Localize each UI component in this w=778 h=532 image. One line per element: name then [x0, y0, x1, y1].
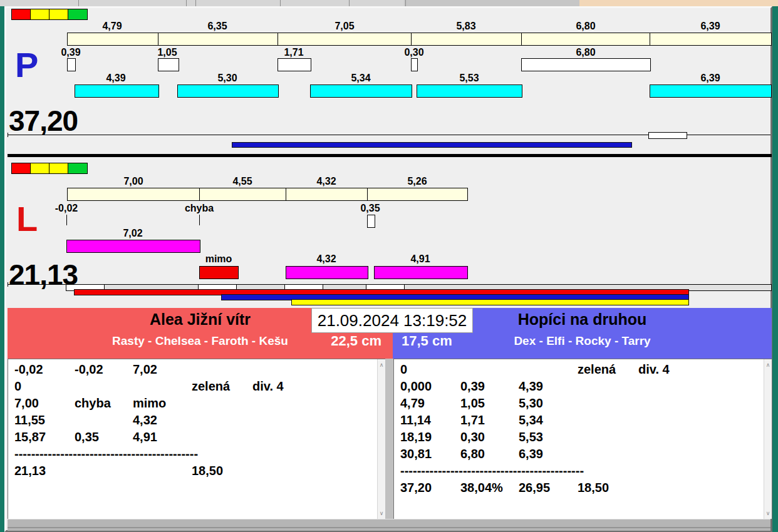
bar-value-label: 5,83	[422, 21, 510, 32]
bar-value-label: 4,79	[68, 21, 156, 32]
table-cell: 4,32	[133, 413, 157, 427]
bar-value-label: 7,00	[90, 176, 177, 187]
result-list-left: -0,02-0,027,020zelenádiv. 47,00chybamimo…	[8, 359, 385, 519]
table-cell: 0,39	[460, 379, 485, 394]
app-screen: P37,204,796,357,055,836,806,390,391,051,…	[0, 0, 778, 532]
background-window-strip-dark	[404, 0, 579, 6]
bar-value-label: 4,32	[283, 253, 370, 265]
interval-divider	[277, 33, 278, 46]
table-row[interactable]: 0zelenádiv. 4	[394, 362, 772, 379]
traffic-light-cell	[30, 9, 50, 20]
bar-value-label: -0,02	[23, 203, 110, 214]
interval-divider	[650, 33, 650, 46]
table-cell: 6,39	[519, 447, 543, 461]
bar-value-label: 5,26	[373, 176, 461, 187]
strip-divider	[349, 0, 350, 6]
table-cell: div. 4	[252, 379, 284, 394]
table-cell: -0,02	[14, 362, 43, 377]
strip-divider	[186, 0, 187, 6]
scroll-up-arrow[interactable]: ∧	[764, 362, 772, 368]
interval-divider	[199, 188, 200, 201]
traffic-light-cell	[49, 9, 69, 20]
scrollbar-vertical[interactable]: ∧ ∨	[377, 359, 385, 519]
table-cell: 1,71	[460, 413, 485, 427]
bar-value-label: 5,30	[184, 73, 271, 84]
progress-stripe	[232, 142, 632, 148]
traffic-light-cell	[49, 163, 69, 174]
bar-value-label: mimo	[175, 253, 262, 265]
table-cell: 7,00	[14, 396, 39, 411]
gap-tick	[66, 215, 67, 225]
table-cell: 11,55	[14, 413, 45, 427]
interval-divider	[367, 188, 368, 201]
bar-value-label: 1,05	[123, 47, 211, 58]
table-cell: 15,87	[14, 430, 46, 444]
run-bar	[286, 266, 368, 279]
table-dashes-row[interactable]: ----------------------------------------…	[394, 464, 772, 481]
panel-divider	[385, 359, 393, 519]
bar-value-label: 1,71	[250, 47, 338, 58]
bar-value-label: 4,39	[72, 73, 160, 84]
table-cell: div. 4	[638, 362, 670, 377]
changeover-bar	[367, 215, 375, 228]
table-cell: 37,20	[400, 481, 432, 495]
table-cell: 5,53	[519, 430, 543, 444]
bar-value-label: 6,80	[542, 21, 630, 32]
strip-divider	[78, 0, 79, 6]
table-row[interactable]: 7,00chybamimo	[8, 396, 385, 413]
lane-separator	[8, 154, 772, 157]
table-cell: 18,50	[192, 464, 223, 478]
bar-value-label: 6,39	[666, 73, 754, 84]
bar-value-label: 6,39	[666, 21, 754, 32]
scroll-up-arrow[interactable]: ∧	[378, 362, 385, 368]
gap-tick	[199, 215, 200, 225]
table-cell: mimo	[133, 396, 166, 411]
table-row[interactable]: 0,0000,394,39	[394, 379, 772, 396]
table-cell: 1,05	[460, 396, 485, 411]
table-dashes-row[interactable]: ----------------------------------------…	[8, 447, 385, 464]
table-row[interactable]: 4,791,055,30	[394, 396, 772, 413]
table-cell: zelená	[578, 362, 616, 377]
track-box	[648, 132, 687, 139]
table-row[interactable]: 18,190,305,53	[394, 430, 772, 447]
table-row[interactable]: 15,870,354,91	[8, 430, 385, 447]
table-cell: 7,02	[133, 362, 157, 377]
run-bar	[310, 84, 412, 98]
strip-divider	[405, 0, 406, 6]
bottom-band-line	[8, 527, 770, 528]
table-cell: 4,79	[400, 396, 425, 411]
table-cell: 4,91	[133, 430, 157, 444]
table-row[interactable]: -0,02-0,027,02	[8, 362, 385, 379]
table-row[interactable]: 11,141,715,34	[394, 413, 772, 430]
run-bar	[75, 84, 159, 98]
table-cell: 6,80	[460, 447, 485, 461]
table-row[interactable]: 11,554,32	[8, 413, 385, 430]
table-cell: chyba	[75, 396, 111, 411]
table-cell: 18,19	[400, 430, 432, 444]
bar-value-label: 4,32	[283, 176, 370, 187]
run-bar	[417, 84, 522, 98]
track-tick	[8, 133, 8, 137]
scroll-down-arrow[interactable]: ∨	[378, 510, 385, 516]
bar-value-label: 5,34	[317, 73, 405, 84]
scroll-down-arrow[interactable]: ∨	[764, 510, 772, 516]
table-row[interactable]: 37,2038,04%26,9518,50	[394, 481, 772, 498]
bar-value-label: 0,39	[27, 47, 115, 58]
bar-value-label: 0,35	[326, 203, 414, 214]
table-row[interactable]: 30,816,806,39	[394, 447, 772, 464]
lane-total: 37,20	[9, 106, 78, 135]
strip-divider	[280, 0, 281, 6]
table-row[interactable]: 0zelenádiv. 4	[8, 379, 385, 396]
table-cell: 0,35	[75, 430, 99, 444]
scrollbar-vertical[interactable]: ∧ ∨	[764, 359, 772, 519]
table-cell: zelená	[192, 379, 230, 394]
bar-value-label: chyba	[155, 203, 243, 214]
bar-value-label: 6,80	[542, 47, 630, 58]
traffic-light-cell	[68, 9, 88, 20]
progress-stripe	[291, 299, 689, 305]
table-row[interactable]: 21,1318,50	[8, 464, 385, 481]
changeover-bar	[158, 58, 179, 71]
table-cell: ----------------------------------------…	[14, 447, 198, 461]
changeover-bar	[277, 58, 311, 71]
jump-height-right: 17,5 cm	[402, 333, 452, 349]
